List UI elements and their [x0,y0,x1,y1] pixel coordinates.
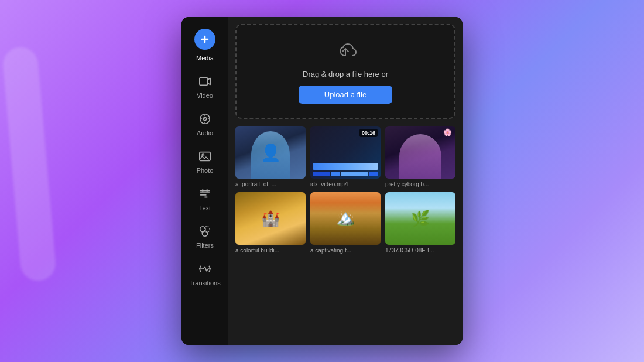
media-item-label: a captivating f... [310,247,381,254]
sidebar-item-filters[interactable]: Filters [185,218,225,254]
sidebar-item-transitions[interactable]: Transitions [185,256,225,291]
media-thumbnail [385,126,455,179]
video-duration-badge: 00:16 [359,129,378,137]
media-add-button[interactable] [194,29,215,50]
audio-icon [197,111,213,127]
media-thumbnail [235,126,306,179]
sidebar-item-audio[interactable]: Audio [185,106,225,141]
sidebar-item-filters-label: Filters [196,242,214,249]
bg-decoration [2,46,57,282]
sidebar-item-photo-label: Photo [197,167,214,174]
svg-point-3 [204,118,205,119]
photo-icon [197,148,213,165]
transitions-icon [197,261,213,277]
sidebar-item-text[interactable]: Text [185,181,225,216]
sidebar-item-video-label: Video [197,92,213,99]
app-container: Media Video Audio [181,17,463,345]
sidebar-item-video[interactable]: Video [185,69,225,104]
media-item-label: idx_video.mp4 [310,181,381,187]
media-item-label: a_portrait_of_... [235,181,306,187]
media-thumbnail [310,192,381,245]
media-thumbnail [385,192,455,245]
media-thumbnail [235,192,306,245]
media-item-label: 17373C5D-08FB... [385,247,455,254]
filters-icon [197,223,213,240]
media-item-card[interactable]: a colorful buildi... [235,192,306,254]
video-icon [197,73,213,90]
svg-point-5 [202,154,204,156]
media-grid: a_portrait_of_... 00:16 [235,126,455,254]
sidebar-item-transitions-label: Transitions [189,279,220,286]
sidebar-item-media[interactable]: Media [185,24,225,66]
media-item-card[interactable]: a_portrait_of_... [235,126,306,187]
sidebar: Media Video Audio [181,17,228,345]
media-item-label: a colorful buildi... [235,247,306,254]
media-item-card[interactable]: a captivating f... [310,192,381,254]
svg-point-8 [202,231,207,236]
main-content: Drag & drop a file here or Upload a file… [228,17,463,345]
media-item-card[interactable]: 00:16 idx_video.mp4 [310,126,381,187]
sidebar-item-text-label: Text [199,204,211,211]
upload-file-button[interactable]: Upload a file [299,86,392,104]
cloud-upload-icon [333,39,358,63]
sidebar-item-media-label: Media [196,54,214,62]
upload-area[interactable]: Drag & drop a file here or Upload a file [235,24,455,119]
sidebar-item-audio-label: Audio [197,129,213,136]
text-icon [197,186,213,202]
media-item-card[interactable]: 17373C5D-08FB... [385,192,455,254]
drag-drop-text: Drag & drop a file here or [303,70,388,78]
sidebar-item-photo[interactable]: Photo [185,144,225,179]
media-item-label: pretty cyborg b... [385,181,455,187]
media-item-card[interactable]: pretty cyborg b... [385,126,455,187]
media-thumbnail: 00:16 [310,126,381,179]
svg-rect-0 [200,78,208,86]
